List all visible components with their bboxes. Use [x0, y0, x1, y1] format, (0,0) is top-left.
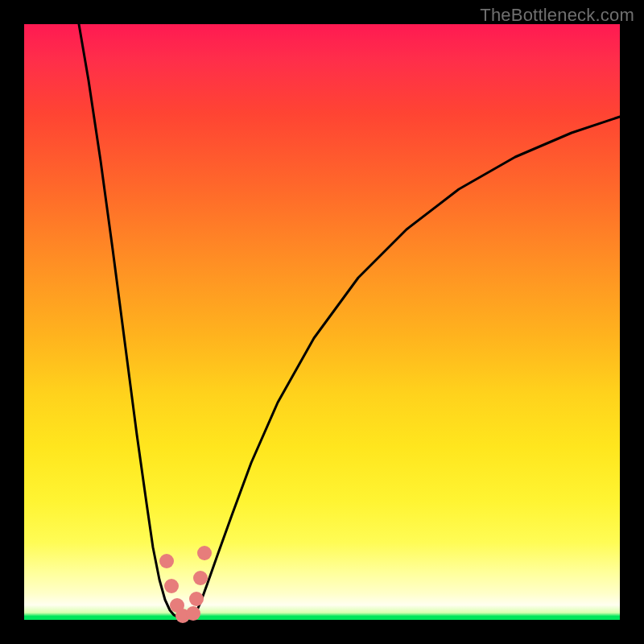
dot-right-4	[186, 606, 200, 621]
dot-left-2	[164, 579, 179, 593]
chart-frame: TheBottleneck.com	[0, 0, 644, 644]
plot-area	[24, 24, 620, 620]
series-left-arm	[79, 24, 177, 617]
dot-right-3	[189, 592, 204, 606]
curve-layer	[24, 24, 620, 620]
dot-right-2	[193, 571, 208, 585]
watermark-text: TheBottleneck.com	[480, 5, 634, 26]
dot-left-1	[159, 554, 174, 568]
dot-right-1	[197, 546, 212, 560]
series-right-arm	[193, 117, 620, 617]
